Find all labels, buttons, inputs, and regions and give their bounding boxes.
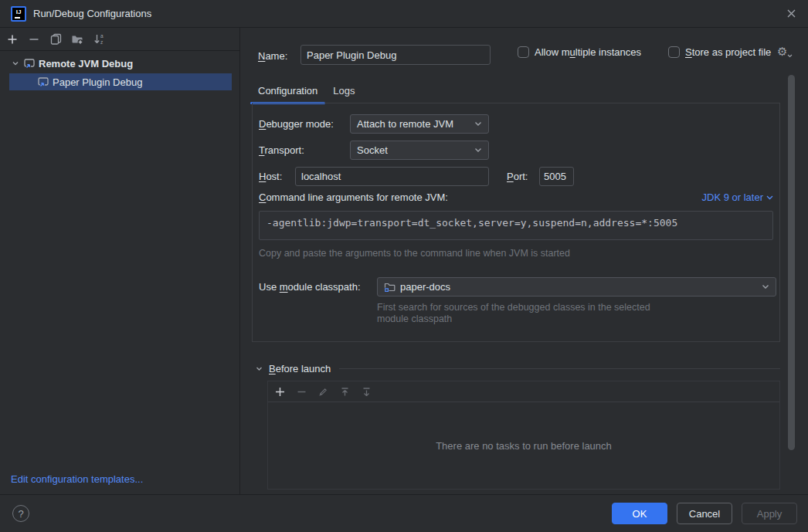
command-line-args-input[interactable]: -agentlib:jdwp=transport=dt_socket,serve… [259,211,773,240]
command-line-args-label: Command line arguments for remote JVM: [259,191,448,203]
host-input[interactable] [295,167,489,186]
store-options-gear-button[interactable]: ⚙ [777,46,793,58]
move-down-icon[interactable] [362,387,372,397]
transport-label: Transport: [259,144,304,156]
transport-select[interactable]: Socket [350,141,489,160]
run-debug-configurations-dialog: IJ Run/Debug Configurations [0,0,808,532]
tree-item-paper-plugin-debug[interactable]: Paper Plugin Debug [9,73,232,90]
help-button[interactable]: ? [12,505,29,522]
add-configuration-icon[interactable] [6,33,19,46]
svg-text:a: a [100,33,104,39]
before-launch-header: Before launch [255,363,780,374]
logo-letters: IJ [16,9,22,15]
titlebar: IJ Run/Debug Configurations [0,0,808,28]
tab-configuration[interactable]: Configuration [250,79,325,104]
main-panel: Name: Allow multiple instances Store as … [241,28,808,494]
vertical-scrollbar-thumb[interactable] [788,75,795,450]
host-label: Host: [259,171,282,182]
remote-debug-config-icon [23,57,36,69]
port-label: Port: [507,171,528,182]
port-input[interactable] [539,167,574,186]
footer: ? OK Cancel Apply [0,494,808,532]
sort-alphabetically-icon[interactable]: a z [93,33,105,46]
remote-debug-config-icon [37,76,49,88]
debugger-mode-label: Debugger mode: [259,118,334,130]
intellij-logo-icon: IJ [11,6,26,22]
before-launch-empty-text: There are no tasks to run before launch [268,402,779,489]
chevron-down-icon [766,195,773,200]
chevron-down-icon [474,121,482,127]
dialog-title: Run/Debug Configurations [33,8,151,19]
allow-multiple-instances-checkbox[interactable] [518,46,529,58]
allow-multiple-instances-label: Allow multiple instances [535,46,641,58]
command-line-args-hint: Copy and paste the arguments to the comm… [259,248,570,259]
module-icon [384,281,396,293]
store-as-project-file-checkbox-row[interactable]: Store as project file [668,46,771,58]
module-classpath-select[interactable]: paper-docs [377,277,776,296]
svg-text:z: z [100,39,103,45]
before-launch-panel: There are no tasks to run before launch [267,381,780,490]
name-label: Name: [258,46,287,66]
add-task-icon[interactable] [275,387,285,397]
jdk-version-selector[interactable]: JDK 9 or later [702,191,773,203]
tree-group-label: Remote JVM Debug [39,58,133,69]
gear-icon: ⚙ [777,46,787,58]
copy-configuration-icon[interactable] [49,33,62,46]
module-classpath-hint: First search for sources of the debugged… [377,302,650,325]
before-launch-toolbar [268,381,779,402]
config-tabs: Configuration Logs [250,79,363,104]
chevron-down-icon [762,284,769,290]
remove-configuration-icon[interactable] [28,33,40,46]
tree-item-label: Paper Plugin Debug [53,76,142,88]
chevron-down-icon[interactable] [11,59,20,68]
logo-underline [15,17,20,19]
collapse-chevron-icon[interactable] [255,364,263,373]
name-input[interactable] [300,45,491,65]
help-icon: ? [18,508,23,520]
store-as-project-file-label: Store as project file [685,46,771,58]
sidebar: a z Remote JVM Debug [0,28,240,494]
apply-button: Apply [742,503,797,524]
configuration-tab-content: Debugger mode: Attach to remote JVM Tran… [252,103,780,342]
remove-task-icon[interactable] [297,387,307,397]
edit-configuration-templates-link[interactable]: Edit configuration templates... [11,473,143,485]
edit-task-icon[interactable] [318,387,328,397]
move-to-top-icon[interactable] [340,387,350,397]
sidebar-toolbar: a z [0,28,239,51]
chevron-down-icon [474,147,482,153]
new-folder-icon[interactable] [71,33,83,46]
debugger-mode-select[interactable]: Attach to remote JVM [350,114,489,134]
cancel-button[interactable]: Cancel [677,503,732,524]
section-divider [339,368,780,369]
tree-group-remote-jvm-debug[interactable]: Remote JVM Debug [0,55,239,72]
tab-logs[interactable]: Logs [325,79,362,104]
configurations-tree: Remote JVM Debug Paper Plugin Debug [0,51,239,90]
ok-button[interactable]: OK [612,503,667,524]
allow-multiple-instances-checkbox-row[interactable]: Allow multiple instances [518,46,641,58]
before-launch-label: Before launch [269,363,331,374]
module-classpath-label: Use module classpath: [259,281,361,293]
store-as-project-file-checkbox[interactable] [668,46,680,58]
close-icon[interactable] [782,5,800,23]
